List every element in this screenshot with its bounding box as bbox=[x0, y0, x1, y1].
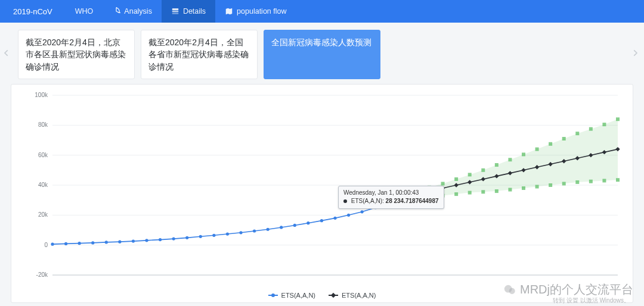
svg-point-62 bbox=[145, 239, 148, 242]
svg-rect-32 bbox=[575, 132, 579, 135]
chart-panel: -20k020k40k60k80k100k Wednesday, Jan 1, … bbox=[11, 84, 633, 303]
svg-point-66 bbox=[199, 235, 202, 238]
forecast-chart[interactable]: -20k020k40k60k80k100k bbox=[17, 92, 627, 288]
svg-rect-51 bbox=[575, 180, 579, 184]
legend-label: ETS(A,A,N) bbox=[281, 292, 315, 299]
svg-rect-0 bbox=[172, 8, 179, 10]
legend-swatch-blue-icon bbox=[268, 292, 278, 298]
nav-label: Details bbox=[183, 7, 206, 15]
svg-point-64 bbox=[172, 237, 175, 240]
svg-point-68 bbox=[226, 232, 229, 235]
brand: 2019-nCoV bbox=[0, 0, 66, 23]
carousel-prev-button[interactable] bbox=[0, 38, 13, 68]
top-navbar: 2019-nCoV WHO Analysis Details populatio… bbox=[0, 0, 644, 23]
svg-rect-25 bbox=[481, 168, 485, 172]
nav-item-analysis[interactable]: Analysis bbox=[103, 0, 162, 23]
svg-rect-104 bbox=[331, 293, 336, 298]
svg-rect-48 bbox=[535, 185, 539, 188]
card-beijing[interactable]: 截至2020年2月4日，北京市各区县新型冠状病毒感染确诊情况 bbox=[18, 30, 135, 79]
nav-item-population-flow[interactable]: population flow bbox=[215, 0, 296, 23]
svg-rect-42 bbox=[454, 192, 458, 196]
svg-point-60 bbox=[118, 240, 121, 243]
svg-text:0: 0 bbox=[44, 242, 48, 248]
svg-text:-20k: -20k bbox=[36, 271, 48, 278]
legend-swatch-black-icon bbox=[329, 292, 338, 298]
svg-rect-53 bbox=[602, 179, 606, 182]
legend-label: ETS(A,A,N) bbox=[342, 292, 376, 299]
nav-label: Analysis bbox=[124, 7, 152, 15]
chart-tooltip: Wednesday, Jan 1, 00:00:43 ETS(A,A,N): 2… bbox=[338, 186, 444, 209]
svg-rect-27 bbox=[508, 158, 512, 161]
nav-label: WHO bbox=[75, 7, 94, 15]
svg-point-78 bbox=[361, 210, 364, 213]
svg-point-77 bbox=[347, 214, 350, 217]
svg-text:80k: 80k bbox=[38, 121, 48, 128]
legend-item-observed[interactable]: ETS(A,A,N) bbox=[268, 292, 315, 299]
svg-rect-31 bbox=[562, 137, 566, 140]
svg-point-72 bbox=[280, 226, 283, 229]
svg-rect-52 bbox=[589, 180, 593, 183]
svg-point-56 bbox=[64, 242, 67, 245]
nav-item-who[interactable]: WHO bbox=[66, 0, 103, 23]
card-carousel: 截至2020年2月4日，北京市各区县新型冠状病毒感染确诊情况 截至2020年2月… bbox=[0, 23, 644, 84]
svg-rect-2 bbox=[172, 13, 179, 14]
svg-rect-45 bbox=[495, 189, 499, 193]
watermark: MRDj的个人交流平台 bbox=[503, 282, 633, 298]
card-national[interactable]: 截至2020年2月4日，全国各省市新型冠状病毒感染确诊情况 bbox=[141, 30, 258, 79]
svg-text:20k: 20k bbox=[38, 211, 48, 218]
svg-point-69 bbox=[239, 231, 242, 234]
svg-rect-22 bbox=[441, 182, 445, 185]
tooltip-date: Wednesday, Jan 1, 00:00:43 bbox=[343, 189, 439, 197]
svg-rect-49 bbox=[549, 183, 552, 187]
layers-icon bbox=[171, 7, 179, 15]
svg-point-61 bbox=[132, 239, 135, 242]
windows-activation-note: 转到 设置 以激活 Windows。 bbox=[553, 296, 630, 305]
legend-item-forecast[interactable]: ETS(A,A,N) bbox=[329, 292, 376, 299]
svg-point-57 bbox=[78, 242, 81, 245]
svg-rect-24 bbox=[468, 173, 472, 176]
svg-point-76 bbox=[333, 217, 336, 220]
svg-point-55 bbox=[51, 242, 54, 245]
svg-rect-35 bbox=[616, 117, 620, 121]
svg-rect-33 bbox=[589, 127, 593, 131]
svg-rect-30 bbox=[549, 142, 552, 146]
wechat-icon bbox=[503, 283, 516, 296]
nav-label: population flow bbox=[237, 7, 286, 15]
svg-text:60k: 60k bbox=[38, 152, 48, 158]
map-icon bbox=[225, 7, 233, 15]
svg-point-58 bbox=[91, 241, 94, 244]
svg-rect-50 bbox=[562, 182, 566, 185]
svg-point-67 bbox=[212, 234, 215, 237]
nav-item-details[interactable]: Details bbox=[162, 0, 215, 23]
svg-point-73 bbox=[293, 224, 296, 227]
svg-rect-46 bbox=[508, 188, 512, 191]
svg-rect-47 bbox=[522, 186, 525, 190]
svg-point-59 bbox=[105, 241, 108, 243]
svg-text:100k: 100k bbox=[35, 92, 48, 98]
svg-point-65 bbox=[185, 236, 188, 239]
svg-text:40k: 40k bbox=[38, 182, 48, 188]
svg-rect-29 bbox=[535, 147, 539, 151]
svg-point-71 bbox=[267, 228, 270, 231]
svg-point-70 bbox=[253, 229, 256, 232]
svg-point-75 bbox=[320, 219, 323, 222]
svg-rect-34 bbox=[602, 123, 606, 126]
card-forecast[interactable]: 全国新冠病毒感染人数预测 bbox=[264, 30, 380, 79]
svg-point-106 bbox=[509, 288, 515, 293]
svg-rect-54 bbox=[616, 178, 620, 182]
svg-rect-26 bbox=[495, 163, 499, 167]
svg-point-102 bbox=[271, 293, 275, 297]
pie-chart-icon bbox=[112, 7, 120, 15]
svg-rect-43 bbox=[468, 191, 472, 194]
svg-point-63 bbox=[159, 238, 162, 241]
tooltip-value-row: ETS(A,A,N): 28 234.7187644987 bbox=[343, 197, 439, 205]
svg-rect-28 bbox=[522, 152, 525, 156]
svg-rect-23 bbox=[454, 177, 458, 181]
svg-point-74 bbox=[306, 221, 309, 224]
svg-rect-1 bbox=[172, 11, 179, 12]
carousel-next-button[interactable] bbox=[628, 38, 642, 68]
svg-rect-44 bbox=[481, 190, 485, 193]
